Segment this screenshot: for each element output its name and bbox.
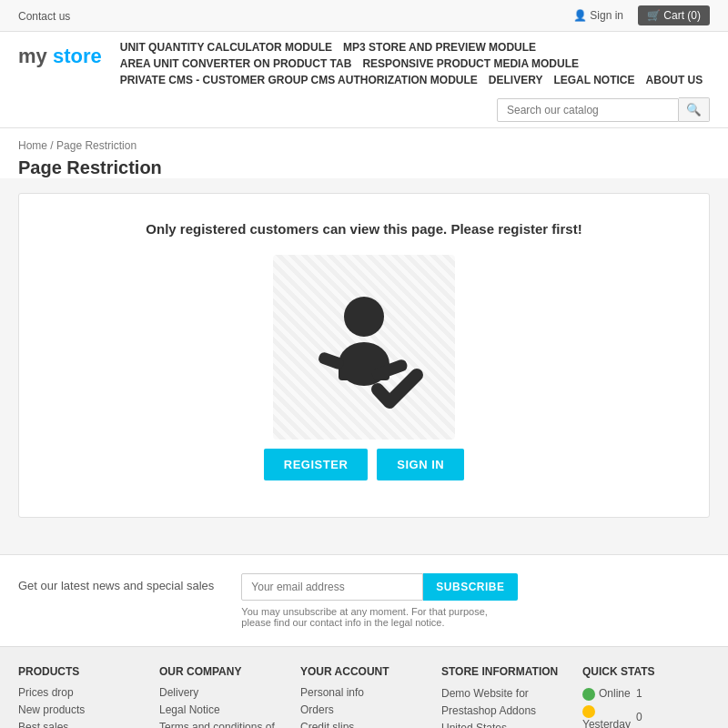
user-icon: 👤: [573, 9, 587, 22]
logo-my: my: [18, 45, 47, 67]
footer-orders[interactable]: Orders: [300, 703, 334, 716]
main-content: Only registered customers can view this …: [0, 193, 728, 554]
action-buttons: REGISTER SIGN IN: [37, 449, 691, 480]
nav-responsive-media[interactable]: RESPONSIVE PRODUCT MEDIA MODULE: [362, 57, 579, 70]
nav-legal-notice[interactable]: LEGAL NOTICE: [553, 74, 634, 86]
person-graphic: [273, 255, 455, 440]
nav-area-unit[interactable]: AREA UNIT CONVERTER ON PRODUCT TAB: [120, 57, 352, 70]
nav-row-2: AREA UNIT CONVERTER ON PRODUCT TAB RESPO…: [120, 57, 710, 70]
newsletter-note: You may unsubscribe at any moment. For t…: [241, 606, 496, 628]
breadcrumb-current: Page Restriction: [56, 139, 136, 152]
footer-company-list: Delivery Legal Notice Terms and conditio…: [159, 685, 282, 728]
breadcrumb-area: Home / Page Restriction Page Restriction: [0, 128, 728, 178]
stat-icon-yesterday: [582, 705, 595, 718]
svg-point-0: [344, 297, 384, 337]
nav-row-1: UNIT QUANTITY CALCULATOR MODULE MP3 STOR…: [120, 41, 710, 54]
footer-store-country: United States: [441, 720, 564, 728]
footer-account-heading: YOUR ACCOUNT: [300, 665, 423, 678]
footer-account-list: Personal info Orders Credit slips Addres…: [300, 685, 423, 728]
footer-products-heading: PRODUCTS: [18, 665, 141, 678]
nav-row-3: PRIVATE CMS - CUSTOMER GROUP CMS AUTHORI…: [120, 74, 710, 86]
footer-quickstats-heading: Quick Stats: [582, 665, 710, 678]
header: my store UNIT QUANTITY CALCULATOR MODULE…: [0, 32, 728, 128]
footer-legal-notice[interactable]: Legal Notice: [159, 703, 220, 716]
logo-store: store: [47, 45, 102, 67]
nav-unit-quantity[interactable]: UNIT QUANTITY CALCULATOR MODULE: [120, 41, 332, 54]
search-button[interactable]: 🔍: [679, 97, 710, 122]
contact-us-link[interactable]: Contact us: [18, 10, 70, 23]
stat-row-online: Online 1: [582, 685, 712, 703]
footer-quick-stats: Quick Stats Online 1 Yesterday 0 Today 1…: [582, 665, 710, 728]
newsletter-subscribe-button[interactable]: SUBSCRIBE: [423, 573, 517, 601]
person-checkmark-svg: [291, 273, 437, 419]
nav-about-us[interactable]: ABOUT US: [646, 74, 703, 86]
stat-value-yesterday: 0: [636, 703, 712, 728]
restriction-box: Only registered customers can view this …: [18, 193, 710, 518]
stat-value-online: 1: [636, 685, 712, 703]
breadcrumb-home[interactable]: Home: [18, 139, 47, 152]
footer-prices-drop[interactable]: Prices drop: [18, 686, 74, 699]
quick-stats-table: Online 1 Yesterday 0 Today 14 Total 4234…: [582, 685, 712, 728]
svg-rect-3: [317, 351, 345, 371]
newsletter-section: Get our latest news and special sales SU…: [0, 554, 728, 646]
footer-personal-info[interactable]: Personal info: [300, 686, 364, 699]
top-bar: Contact us 👤 Sign in 🛒 Cart (0): [0, 0, 728, 32]
page-title: Page Restriction: [18, 157, 710, 178]
footer-terms[interactable]: Terms and conditions of use: [159, 721, 275, 728]
footer-store-heading: STORE INFORMATION: [441, 665, 564, 678]
footer-new-products[interactable]: New products: [18, 703, 85, 716]
footer-products: PRODUCTS Prices drop New products Best s…: [18, 665, 141, 728]
nav-delivery[interactable]: DELIVERY: [489, 74, 543, 86]
footer-account: YOUR ACCOUNT Personal info Orders Credit…: [300, 665, 423, 728]
footer-credit-slips[interactable]: Credit slips: [300, 721, 354, 728]
newsletter-label: Get our latest news and special sales: [18, 573, 214, 592]
signin-link[interactable]: 👤 Sign in: [573, 9, 623, 22]
footer-best-sales[interactable]: Best sales: [18, 721, 68, 728]
search-icon: 🔍: [686, 103, 702, 116]
footer-delivery[interactable]: Delivery: [159, 686, 198, 699]
nav-private-cms[interactable]: PRIVATE CMS - CUSTOMER GROUP CMS AUTHORI…: [120, 74, 478, 86]
footer-products-list: Prices drop New products Best sales: [18, 685, 141, 728]
register-button[interactable]: REGISTER: [264, 449, 368, 480]
stat-row-yesterday: Yesterday 0: [582, 703, 712, 728]
search-bar: 🔍: [18, 97, 710, 122]
nav-mp3-store[interactable]: MP3 STORE AND PREVIEW MODULE: [343, 41, 536, 54]
logo[interactable]: my store: [18, 45, 102, 68]
footer: PRODUCTS Prices drop New products Best s…: [0, 646, 728, 728]
restriction-message: Only registered customers can view this …: [37, 221, 691, 237]
footer-company-heading: OUR COMPANY: [159, 665, 282, 678]
cart-button[interactable]: 🛒 Cart (0): [638, 5, 710, 25]
nav-links: UNIT QUANTITY CALCULATOR MODULE MP3 STOR…: [120, 41, 710, 90]
footer-store-description: Demo Website for Prestashop Addons: [441, 685, 564, 720]
newsletter-form: SUBSCRIBE You may unsubscribe at any mom…: [241, 573, 517, 628]
footer-company: OUR COMPANY Delivery Legal Notice Terms …: [159, 665, 282, 728]
breadcrumb: Home / Page Restriction: [18, 139, 710, 152]
footer-store-info: STORE INFORMATION Demo Website for Prest…: [441, 665, 564, 728]
stat-icon-online: [582, 688, 595, 701]
search-input[interactable]: [497, 98, 679, 122]
newsletter-input-row: SUBSCRIBE: [241, 573, 517, 601]
cart-icon: 🛒: [647, 9, 661, 22]
newsletter-email-input[interactable]: [241, 573, 423, 601]
signin-button[interactable]: SIGN IN: [377, 449, 464, 480]
